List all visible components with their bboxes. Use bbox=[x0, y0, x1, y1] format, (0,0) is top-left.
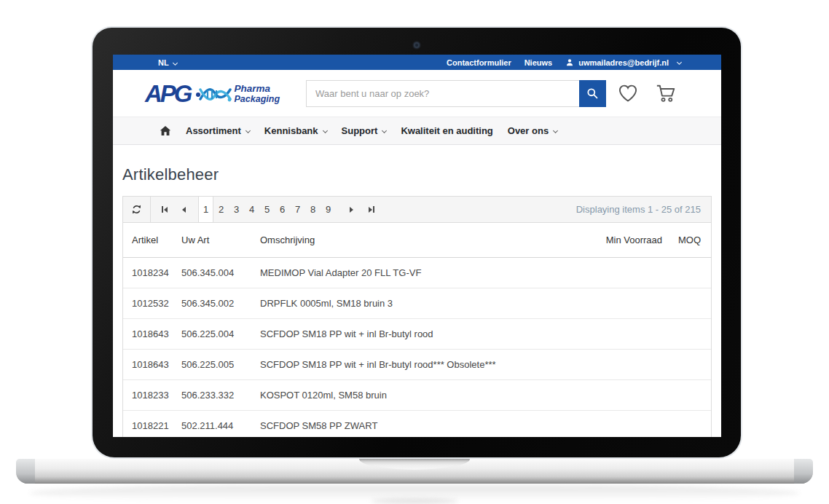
chevron-down-icon bbox=[553, 128, 558, 133]
column-header[interactable]: Uw Art bbox=[181, 223, 260, 257]
cell-omschrijving: SCFDOP SM18 PP wit + inl Br-butyl rood bbox=[260, 318, 578, 349]
nav-item[interactable]: Support bbox=[342, 125, 387, 136]
nav-item[interactable]: Over ons bbox=[508, 125, 557, 136]
cell-artikel: 1018233 bbox=[123, 379, 181, 410]
page-number-button[interactable]: 3 bbox=[229, 197, 244, 222]
chevron-down-icon bbox=[677, 60, 682, 65]
search-bar bbox=[306, 80, 606, 107]
cell-min-voorraad bbox=[578, 318, 666, 349]
nieuws-link[interactable]: Nieuws bbox=[524, 58, 553, 67]
article-table: ArtikelUw ArtOmschrijvingMin VoorraadMOQ… bbox=[123, 223, 711, 437]
chevron-down-icon bbox=[173, 60, 178, 65]
table-row[interactable]: 1018221 502.211.444 SCFDOP SM58 PP ZWART bbox=[123, 410, 711, 437]
last-page-button[interactable] bbox=[361, 197, 381, 222]
home-icon bbox=[160, 125, 171, 136]
column-header[interactable]: Min Voorraad bbox=[578, 223, 666, 257]
search-input[interactable] bbox=[306, 80, 579, 107]
cell-artikel: 1018221 bbox=[123, 410, 181, 437]
logo-apg-text: APG bbox=[145, 82, 191, 106]
table-row[interactable]: 1012532 506.345.002 DRPFLK 0005ml, SM18 … bbox=[123, 288, 711, 318]
cell-omschrijving: DRPFLK 0005ml, SM18 bruin 3 bbox=[260, 288, 578, 318]
cell-omschrijving: SCFDOP SM18 PP wit + inl Br-butyl rood**… bbox=[260, 349, 578, 379]
paging-status: Displaying items 1 - 25 of 215 bbox=[576, 204, 711, 215]
laptop-reflection-center bbox=[371, 498, 458, 504]
pagination-toolbar: 123456789 Displaying items 1 - 25 of 215 bbox=[123, 197, 711, 223]
table-body: 1018234 506.345.004 MEDIMOP Vial Adapter… bbox=[123, 257, 711, 437]
nav-item[interactable]: Assortiment bbox=[186, 125, 250, 136]
page-number-list: 123456789 bbox=[198, 197, 336, 222]
table-header-row: ArtikelUw ArtOmschrijvingMin VoorraadMOQ bbox=[123, 223, 711, 257]
page-number-button[interactable]: 7 bbox=[290, 197, 305, 222]
screen: NL Contactformulier Nieuws uwmailadres@b… bbox=[113, 55, 721, 437]
previous-page-icon bbox=[182, 207, 186, 213]
article-grid: 123456789 Displaying items 1 - 25 of 215 bbox=[122, 196, 712, 437]
chevron-down-icon bbox=[323, 128, 328, 133]
cell-moq bbox=[666, 349, 711, 379]
cell-moq bbox=[666, 318, 711, 349]
chevron-down-icon bbox=[245, 128, 251, 133]
page-number-button[interactable]: 9 bbox=[321, 197, 336, 222]
page-number-button[interactable]: 2 bbox=[213, 197, 229, 222]
prev-page-button[interactable] bbox=[174, 197, 194, 222]
language-selector[interactable]: NL bbox=[158, 58, 177, 67]
user-icon bbox=[565, 58, 574, 67]
search-icon bbox=[586, 87, 599, 100]
dna-helix-icon bbox=[195, 83, 232, 105]
table-row[interactable]: 1018233 506.233.332 KOSPOT 0120ml, SM58 … bbox=[123, 379, 711, 410]
column-header[interactable]: Omschrijving bbox=[260, 223, 578, 257]
header-icons bbox=[618, 84, 676, 103]
language-label: NL bbox=[158, 58, 169, 67]
table-row[interactable]: 1018234 506.345.004 MEDIMOP Vial Adapter… bbox=[123, 257, 711, 288]
cell-omschrijving: MEDIMOP Vial Adapter 20 FLL TG-VF bbox=[260, 257, 578, 288]
cell-min-voorraad bbox=[578, 257, 666, 288]
last-page-icon bbox=[369, 207, 372, 213]
cell-uw-art: 502.211.444 bbox=[181, 410, 260, 437]
laptop-mockup: NL Contactformulier Nieuws uwmailadres@b… bbox=[0, 0, 829, 504]
cell-min-voorraad bbox=[578, 379, 666, 410]
refresh-button[interactable] bbox=[123, 197, 151, 222]
cell-moq bbox=[666, 379, 711, 410]
cell-artikel: 1018643 bbox=[123, 349, 181, 379]
wishlist-button[interactable] bbox=[618, 84, 638, 103]
topbar: NL Contactformulier Nieuws uwmailadres@b… bbox=[113, 55, 721, 70]
first-page-button[interactable] bbox=[154, 197, 174, 222]
account-menu[interactable]: uwmailadres@bedrijf.nl bbox=[565, 58, 681, 67]
cell-artikel: 1018234 bbox=[123, 257, 181, 288]
page-title: Artikelbeheer bbox=[122, 165, 712, 184]
content: Artikelbeheer bbox=[113, 165, 721, 437]
column-header[interactable]: MOQ bbox=[666, 223, 711, 257]
next-page-button[interactable] bbox=[342, 197, 361, 222]
search-button[interactable] bbox=[579, 80, 606, 107]
contactformulier-link[interactable]: Contactformulier bbox=[447, 58, 511, 67]
cell-omschrijving: SCFDOP SM58 PP ZWART bbox=[260, 410, 578, 437]
cell-uw-art: 506.345.004 bbox=[181, 257, 260, 288]
table-row[interactable]: 1018643 506.225.005 SCFDOP SM18 PP wit +… bbox=[123, 349, 711, 379]
cell-min-voorraad bbox=[578, 288, 666, 318]
logo-subtext: Pharma Packaging bbox=[235, 84, 280, 103]
account-email: uwmailadres@bedrijf.nl bbox=[578, 58, 669, 67]
laptop-notch bbox=[359, 459, 470, 470]
cell-uw-art: 506.233.332 bbox=[181, 379, 260, 410]
refresh-icon bbox=[131, 204, 142, 215]
main-nav: AssortimentKennisbankSupportKwaliteit en… bbox=[113, 117, 721, 145]
nav-item[interactable]: Kwaliteit en auditing bbox=[401, 125, 492, 136]
cell-uw-art: 506.225.004 bbox=[181, 318, 260, 349]
page-number-button[interactable]: 6 bbox=[275, 197, 290, 222]
site-header: APG Pharma Packaging bbox=[113, 70, 721, 117]
next-page-icon bbox=[350, 207, 353, 213]
table-row[interactable]: 1018643 506.225.004 SCFDOP SM18 PP wit +… bbox=[123, 318, 711, 349]
cell-moq bbox=[666, 288, 711, 318]
cell-moq bbox=[666, 410, 711, 437]
cell-artikel: 1018643 bbox=[123, 318, 181, 349]
cell-artikel: 1012532 bbox=[123, 288, 181, 318]
logo[interactable]: APG Pharma Packaging bbox=[145, 82, 291, 106]
page-number-button[interactable]: 1 bbox=[198, 197, 213, 222]
page-number-button[interactable]: 4 bbox=[244, 197, 259, 222]
nav-item-list: AssortimentKennisbankSupportKwaliteit en… bbox=[186, 125, 557, 136]
column-header[interactable]: Artikel bbox=[123, 223, 181, 257]
nav-item[interactable]: Kennisbank bbox=[264, 125, 327, 136]
home-link[interactable] bbox=[160, 125, 171, 136]
page-number-button[interactable]: 5 bbox=[259, 197, 275, 222]
cart-button[interactable] bbox=[656, 84, 676, 103]
page-number-button[interactable]: 8 bbox=[305, 197, 321, 222]
